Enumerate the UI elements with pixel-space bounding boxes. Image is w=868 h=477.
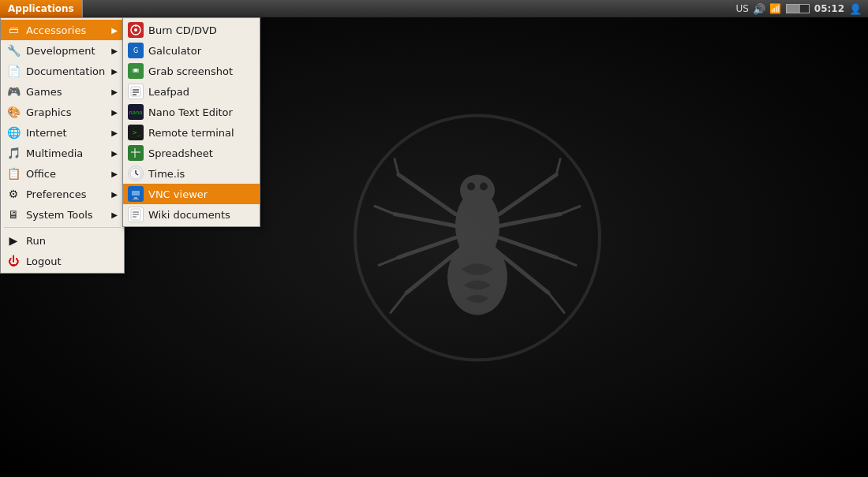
multimedia-label: Multimedia [26,147,105,159]
documentation-label: Documentation [26,65,105,77]
submenu-item-spreadsheet[interactable]: Spreadsheet [123,143,260,163]
svg-line-6 [398,174,455,214]
applications-button[interactable]: Applications [0,0,83,17]
spreadsheet-label: Spreadsheet [148,147,253,159]
submenu-item-leafpad[interactable]: Leafpad [123,81,260,102]
menu-item-run[interactable]: ▶ Run [1,230,124,251]
submenu-item-wiki[interactable]: Wiki documents [123,204,260,225]
logout-icon: ⏻ [6,253,21,269]
volume-icon[interactable]: 🔊 [753,3,765,15]
svg-line-11 [499,214,560,225]
submenu-item-timeis[interactable]: Time.is [123,163,260,184]
galculator-icon: G [128,43,144,58]
graphics-arrow: ▶ [111,108,118,117]
preferences-icon: ⚙ [6,186,21,202]
games-label: Games [26,86,105,98]
accessories-label: Accessories [26,24,105,36]
menu-container: 🗃 Accessories ▶ 🔧 Development ▶ 📄 Docume… [0,17,125,274]
menu-item-documentation[interactable]: 📄 Documentation ▶ [1,61,124,81]
menu-item-graphics[interactable]: 🎨 Graphics ▶ [1,102,124,122]
leafpad-icon [128,84,144,99]
accessories-arrow: ▶ [111,26,118,35]
taskbar: Applications US 🔊 📶 05:12 👤 [0,0,868,17]
games-arrow: ▶ [111,88,118,96]
network-icon: 📶 [769,3,781,14]
taskbar-right: US 🔊 📶 05:12 👤 [735,3,868,15]
systray: US 🔊 📶 [735,3,780,15]
clock: 05:12 [814,3,844,14]
menu-item-development[interactable]: 🔧 Development ▶ [1,40,124,61]
svg-text:>_: >_ [133,129,141,136]
svg-line-18 [556,158,560,174]
svg-point-3 [460,174,495,206]
applications-label: Applications [8,3,74,14]
main-menu: 🗃 Accessories ▶ 🔧 Development ▶ 📄 Docume… [0,17,125,274]
locale-indicator: US [735,3,748,14]
svg-rect-47 [133,199,139,199]
svg-text:nano: nano [129,110,142,116]
spreadsheet-icon [128,145,144,161]
menu-item-preferences[interactable]: ⚙ Preferences ▶ [1,184,124,204]
svg-rect-38 [131,148,140,158]
menu-item-accessories[interactable]: 🗃 Accessories ▶ [1,20,124,40]
systemtools-arrow: ▶ [111,211,118,219]
run-label: Run [26,235,118,247]
svg-text:G: G [133,47,138,54]
graphics-icon: 🎨 [6,104,21,120]
svg-line-12 [499,237,556,257]
svg-line-16 [379,257,398,265]
svg-point-23 [134,28,137,32]
run-icon: ▶ [6,233,21,248]
development-arrow: ▶ [111,47,118,55]
development-label: Development [26,45,105,57]
development-icon: 🔧 [6,43,21,58]
accessories-submenu: Burn CD/DVD G Galculator Grab screenshot… [122,17,260,227]
menu-item-internet[interactable]: 🌐 Internet ▶ [1,122,124,143]
logout-label: Logout [26,255,118,267]
preferences-arrow: ▶ [111,190,118,199]
svg-rect-46 [134,197,137,199]
submenu-item-burn[interactable]: Burn CD/DVD [123,20,260,40]
svg-point-4 [467,182,475,190]
multimedia-icon: 🎵 [6,145,21,161]
burn-label: Burn CD/DVD [148,24,253,36]
office-arrow: ▶ [111,170,118,178]
nano-label: Nano Text Editor [148,106,253,118]
office-label: Office [26,168,105,180]
timeis-icon [128,166,144,181]
menu-item-office[interactable]: 📋 Office ▶ [1,163,124,184]
svg-line-7 [395,214,455,225]
menu-item-systemtools[interactable]: 🖥 System Tools ▶ [1,204,124,225]
systemtools-label: System Tools [26,209,105,221]
leafpad-label: Leafpad [148,86,253,98]
vnc-icon [128,186,144,202]
internet-arrow: ▶ [111,129,118,137]
svg-line-10 [499,174,556,214]
user-icon: 👤 [849,3,862,15]
burn-icon [128,22,144,38]
svg-line-15 [375,206,395,214]
multimedia-arrow: ▶ [111,149,118,158]
menu-item-multimedia[interactable]: 🎵 Multimedia ▶ [1,143,124,163]
terminal-icon: >_ [128,125,144,140]
svg-line-8 [398,237,455,257]
accessories-icon: 🗃 [6,22,21,38]
svg-point-5 [480,182,488,190]
documentation-icon: 📄 [6,63,21,79]
office-icon: 📋 [6,166,21,181]
galculator-label: Galculator [148,45,253,57]
menu-divider [4,227,121,228]
menu-item-logout[interactable]: ⏻ Logout [1,251,124,271]
menu-item-games[interactable]: 🎮 Games ▶ [1,81,124,102]
submenu-item-screenshot[interactable]: Grab screenshot [123,61,260,81]
wiki-icon [128,207,144,222]
timeis-label: Time.is [148,168,253,180]
submenu-item-galculator[interactable]: G Galculator [123,40,260,61]
terminal-label: Remote terminal [148,127,253,139]
submenu-item-terminal[interactable]: >_ Remote terminal [123,122,260,143]
svg-line-19 [560,206,580,214]
submenu-item-vnc[interactable]: VNC viewer [123,184,260,204]
svg-line-14 [395,158,398,174]
internet-label: Internet [26,127,105,139]
submenu-item-nano[interactable]: nano Nano Text Editor [123,102,260,122]
